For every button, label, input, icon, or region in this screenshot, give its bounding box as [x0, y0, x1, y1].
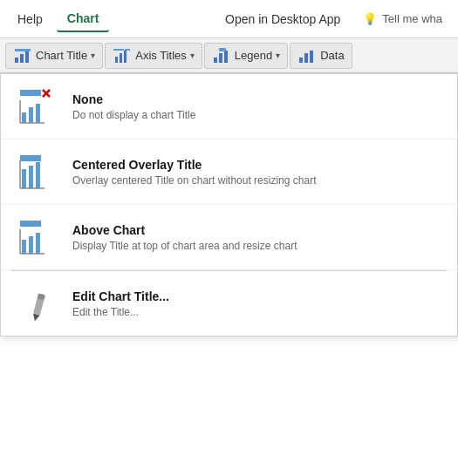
tell-me-text: Tell me wha — [382, 12, 442, 25]
open-desktop-button[interactable]: Open in Desktop App — [215, 7, 351, 31]
svg-rect-26 — [29, 166, 33, 188]
svg-rect-19 — [22, 112, 26, 123]
legend-icon — [212, 47, 231, 65]
dropdown-panel: None Do not display a chart Title Center… — [0, 73, 458, 337]
svg-rect-25 — [22, 169, 26, 188]
lightbulb-icon: 💡 — [363, 12, 377, 25]
svg-rect-15 — [310, 51, 313, 63]
svg-rect-14 — [304, 53, 308, 63]
edit-chart-title-description: Edit the Title... — [72, 306, 443, 318]
svg-rect-30 — [20, 221, 41, 227]
svg-rect-16 — [20, 90, 41, 96]
menu-item-help[interactable]: Help — [7, 7, 53, 31]
svg-rect-0 — [15, 58, 18, 63]
legend-chevron: ▾ — [276, 51, 280, 60]
edit-chart-title-label: Edit Chart Title... — [72, 289, 443, 303]
option-edit-title[interactable]: Edit Chart Title... Edit the Title... — [1, 271, 457, 336]
data-icon — [297, 47, 317, 65]
axis-titles-label: Axis Titles — [135, 49, 187, 62]
menu-bar: Help Chart Open in Desktop App 💡 Tell me… — [0, 0, 458, 38]
centered-overlay-text: Centered Overlay Title Overlay centered … — [72, 158, 443, 187]
chart-title-icon — [13, 47, 32, 65]
svg-rect-31 — [22, 240, 26, 254]
legend-label: Legend — [235, 49, 272, 62]
chart-title-chevron: ▾ — [91, 51, 95, 60]
svg-rect-33 — [36, 233, 40, 254]
svg-rect-9 — [214, 58, 217, 63]
data-button[interactable]: Data — [290, 43, 352, 69]
svg-rect-21 — [36, 104, 40, 123]
above-chart-icon — [15, 217, 58, 257]
chart-title-button[interactable]: Chart Title ▾ — [5, 43, 103, 69]
svg-rect-27 — [36, 162, 40, 188]
legend-button[interactable]: Legend ▾ — [204, 43, 288, 69]
svg-rect-12 — [219, 48, 226, 51]
axis-titles-icon — [113, 47, 132, 65]
edit-icon — [15, 283, 58, 323]
tell-me-button[interactable]: 💡 Tell me wha — [354, 9, 451, 29]
none-description: Do not display a chart Title — [72, 109, 443, 121]
svg-rect-11 — [224, 51, 228, 63]
none-icon — [15, 86, 58, 126]
above-chart-text: Above Chart Display Title at top of char… — [72, 223, 443, 252]
svg-rect-20 — [29, 107, 33, 123]
ribbon: Chart Title ▾ Axis Titles ▾ Legend ▾ — [0, 38, 458, 73]
above-chart-title: Above Chart — [72, 223, 443, 237]
svg-rect-3 — [15, 49, 31, 51]
chart-title-label: Chart Title — [36, 49, 87, 62]
option-centered-overlay[interactable]: Centered Overlay Title Overlay centered … — [1, 139, 457, 205]
menu-item-chart[interactable]: Chart — [57, 6, 110, 32]
option-none[interactable]: None Do not display a chart Title — [1, 74, 457, 139]
centered-overlay-icon — [15, 152, 58, 192]
axis-titles-button[interactable]: Axis Titles ▾ — [105, 43, 202, 69]
above-chart-description: Display Title at top of chart area and r… — [72, 240, 443, 252]
svg-rect-4 — [115, 57, 118, 63]
axis-titles-chevron: ▾ — [190, 51, 195, 60]
data-label: Data — [320, 49, 344, 62]
svg-rect-1 — [20, 54, 24, 63]
svg-rect-13 — [299, 58, 303, 63]
svg-rect-2 — [25, 51, 29, 63]
edit-title-text: Edit Chart Title... Edit the Title... — [72, 289, 443, 318]
none-title: None — [72, 92, 443, 106]
option-above-chart[interactable]: Above Chart Display Title at top of char… — [1, 205, 457, 270]
svg-rect-6 — [124, 51, 126, 63]
none-text: None Do not display a chart Title — [72, 92, 443, 121]
svg-rect-5 — [120, 53, 122, 63]
svg-rect-32 — [29, 236, 33, 254]
svg-rect-24 — [20, 155, 41, 161]
centered-overlay-title: Centered Overlay Title — [72, 158, 443, 172]
svg-rect-7 — [113, 49, 124, 51]
svg-rect-8 — [125, 49, 130, 51]
svg-rect-10 — [219, 53, 222, 63]
centered-overlay-description: Overlay centered Title on chart without … — [72, 174, 443, 187]
